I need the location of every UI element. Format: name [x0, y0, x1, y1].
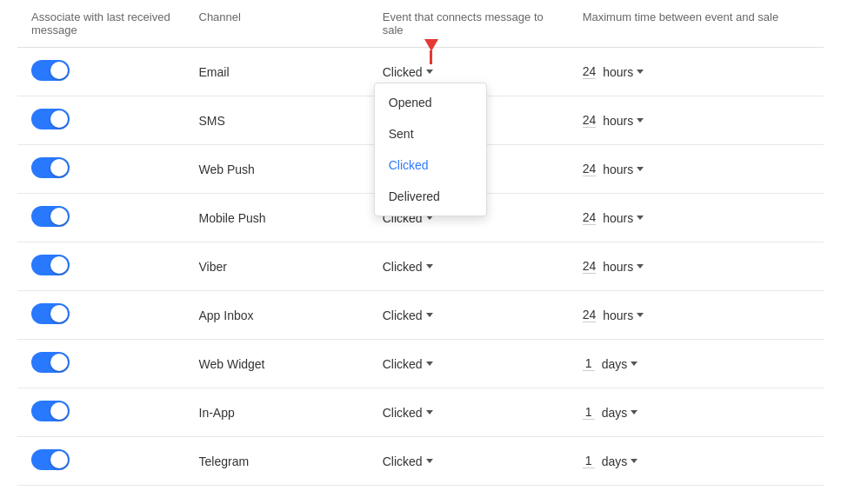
time-wrapper-telegram: 1 days [583, 454, 638, 468]
dropdown-item-clicked[interactable]: Clicked [375, 149, 486, 181]
chevron-down-icon [637, 70, 644, 74]
time-unit-select-telegram[interactable]: days [602, 454, 638, 468]
table-row: Email Clicked Opened Sent Clicked Delive… [17, 48, 824, 96]
chevron-down-icon [637, 313, 644, 317]
time-wrapper-viber: 24 hours [583, 259, 644, 274]
channel-label-telegram: Telegram [185, 437, 369, 486]
time-unit-select-web-push[interactable]: hours [603, 162, 644, 176]
time-value-web-push: 24 [583, 162, 597, 176]
chevron-down-icon [426, 313, 433, 317]
chevron-down-icon [637, 167, 644, 171]
event-dropdown-email: Opened Sent Clicked Delivered [374, 83, 487, 216]
time-value-in-app: 1 [583, 405, 595, 420]
event-select-text-web-widget: Clicked [383, 357, 423, 371]
time-wrapper-app-inbox: 24 hours [583, 308, 644, 322]
time-unit-text-web-widget: days [602, 357, 628, 371]
time-unit-select-web-widget[interactable]: days [602, 357, 638, 371]
time-unit-select-viber[interactable]: hours [603, 260, 644, 274]
event-select-text-email: Clicked [383, 65, 423, 79]
event-select-in-app[interactable]: Clicked [383, 406, 433, 420]
event-select-app-inbox[interactable]: Clicked [383, 308, 433, 322]
chevron-down-icon [426, 70, 433, 74]
table-row: Telegram Clicked 1 days [17, 437, 824, 486]
time-wrapper-web-widget: 1 days [583, 356, 638, 371]
table-row: App Inbox Clicked 24 hours [17, 291, 824, 340]
toggle-mobile-push[interactable] [31, 206, 70, 227]
time-wrapper-in-app: 1 days [583, 405, 638, 420]
event-select-text-viber: Clicked [383, 260, 423, 274]
time-wrapper-web-push: 24 hours [583, 162, 644, 176]
toggle-web-widget[interactable] [31, 352, 70, 373]
chevron-down-icon [426, 216, 433, 220]
chevron-down-icon [637, 216, 644, 220]
time-wrapper-sms: 24 hours [583, 113, 644, 128]
time-unit-text-viber: hours [603, 260, 633, 274]
time-value-sms: 24 [583, 113, 597, 128]
time-value-app-inbox: 24 [583, 308, 597, 322]
chevron-down-icon [426, 410, 433, 414]
event-select-viber[interactable]: Clicked [383, 260, 433, 274]
time-value-web-widget: 1 [583, 356, 595, 371]
toggle-telegram[interactable] [31, 449, 70, 470]
time-wrapper-mobile-push: 24 hours [583, 210, 644, 225]
time-unit-text-email: hours [603, 65, 633, 79]
chevron-down-icon [631, 459, 637, 463]
time-unit-text-in-app: days [602, 406, 628, 420]
chevron-down-icon [637, 264, 644, 269]
time-wrapper-email: 24 hours [583, 64, 644, 79]
toggle-sms[interactable] [31, 109, 70, 129]
time-value-telegram: 1 [583, 454, 595, 468]
time-unit-select-mobile-push[interactable]: hours [603, 211, 644, 225]
time-unit-select-in-app[interactable]: days [602, 406, 638, 420]
dropdown-item-delivered[interactable]: Delivered [375, 181, 486, 212]
chevron-down-icon [426, 361, 433, 366]
time-value-email: 24 [583, 64, 597, 79]
chevron-down-icon [426, 264, 433, 269]
channel-label-web-widget: Web Widget [185, 340, 369, 388]
channel-label-web-push: Web Push [185, 145, 369, 194]
event-select-text-telegram: Clicked [383, 454, 423, 468]
col-header-channel: Channel [185, 0, 369, 48]
table-row: In-App Clicked 1 days [17, 388, 824, 437]
time-unit-text-sms: hours [603, 114, 633, 128]
toggle-viber[interactable] [31, 255, 70, 275]
col-header-event: Event that connects message to sale [369, 0, 569, 48]
chevron-down-icon [637, 118, 644, 123]
chevron-down-icon [631, 361, 637, 366]
event-select-web-widget[interactable]: Clicked [383, 357, 433, 371]
dropdown-item-sent[interactable]: Sent [375, 118, 486, 149]
col-header-associate: Associate with last received message [17, 0, 185, 48]
channel-label-email: Email [185, 48, 369, 96]
time-value-viber: 24 [583, 259, 597, 274]
chevron-down-icon [631, 410, 637, 414]
table-row: Viber Clicked 24 hours [17, 242, 824, 291]
channel-label-viber: Viber [185, 242, 369, 291]
time-unit-text-mobile-push: hours [603, 211, 633, 225]
table-row: Web Widget Clicked 1 days [17, 340, 824, 388]
channel-label-mobile-push: Mobile Push [185, 194, 369, 242]
col-header-time: Maximum time between event and sale [569, 0, 824, 48]
channel-label-app-inbox: App Inbox [185, 291, 369, 340]
toggle-in-app[interactable] [31, 401, 70, 421]
chevron-down-icon [426, 459, 433, 463]
toggle-web-push[interactable] [31, 157, 70, 178]
time-unit-text-telegram: days [602, 454, 628, 468]
time-unit-text-app-inbox: hours [603, 308, 633, 322]
toggle-email[interactable] [31, 60, 70, 81]
time-unit-select-sms[interactable]: hours [603, 114, 644, 128]
time-unit-select-app-inbox[interactable]: hours [603, 308, 644, 322]
channel-label-sms: SMS [185, 96, 369, 145]
event-select-email[interactable]: Clicked Opened Sent Clicked Delivered [383, 65, 433, 79]
time-unit-select-email[interactable]: hours [603, 65, 644, 79]
event-select-text-in-app: Clicked [383, 406, 423, 420]
event-select-telegram[interactable]: Clicked [383, 454, 433, 468]
channel-label-in-app: In-App [185, 388, 369, 437]
event-select-text-app-inbox: Clicked [383, 308, 423, 322]
time-value-mobile-push: 24 [583, 210, 597, 225]
toggle-app-inbox[interactable] [31, 303, 70, 324]
time-unit-text-web-push: hours [603, 162, 633, 176]
dropdown-item-opened[interactable]: Opened [375, 87, 486, 118]
